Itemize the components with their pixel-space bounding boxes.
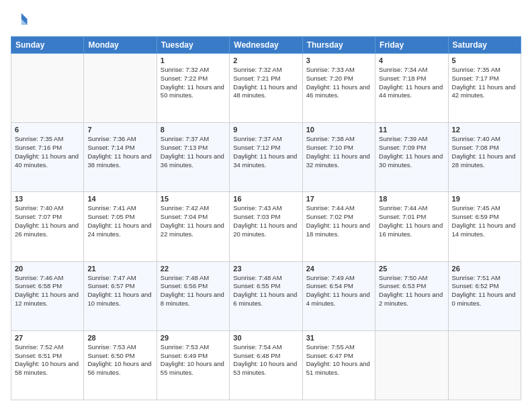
day-number: 14 — [87, 195, 152, 203]
calendar-cell: 11Sunrise: 7:39 AM Sunset: 7:09 PM Dayli… — [375, 123, 448, 192]
day-number: 21 — [87, 265, 152, 273]
day-number: 10 — [306, 126, 371, 134]
day-number: 18 — [379, 195, 444, 203]
day-info: Sunrise: 7:36 AM Sunset: 7:14 PM Dayligh… — [87, 135, 152, 169]
calendar-cell: 10Sunrise: 7:38 AM Sunset: 7:10 PM Dayli… — [302, 123, 375, 192]
day-info: Sunrise: 7:53 AM Sunset: 6:50 PM Dayligh… — [87, 343, 152, 377]
calendar-cell: 3Sunrise: 7:33 AM Sunset: 7:20 PM Daylig… — [302, 54, 375, 123]
day-number: 16 — [233, 195, 298, 203]
day-number: 26 — [452, 265, 517, 273]
day-number: 5 — [452, 56, 517, 64]
day-info: Sunrise: 7:46 AM Sunset: 6:58 PM Dayligh… — [15, 274, 80, 308]
day-number: 17 — [306, 195, 371, 203]
day-number: 29 — [161, 334, 226, 342]
day-number: 30 — [233, 334, 298, 342]
calendar-cell: 5Sunrise: 7:35 AM Sunset: 7:17 PM Daylig… — [448, 54, 521, 123]
day-info: Sunrise: 7:40 AM Sunset: 7:07 PM Dayligh… — [15, 204, 80, 238]
calendar-week-5: 27Sunrise: 7:52 AM Sunset: 6:51 PM Dayli… — [11, 330, 521, 400]
weekday-header-monday: Monday — [84, 37, 157, 54]
day-number: 15 — [161, 195, 226, 203]
calendar-cell: 26Sunrise: 7:51 AM Sunset: 6:52 PM Dayli… — [448, 261, 521, 330]
calendar-cell: 16Sunrise: 7:43 AM Sunset: 7:03 PM Dayli… — [230, 192, 302, 261]
calendar-cell — [84, 54, 157, 123]
calendar-cell: 15Sunrise: 7:42 AM Sunset: 7:04 PM Dayli… — [157, 192, 229, 261]
calendar-cell: 17Sunrise: 7:44 AM Sunset: 7:02 PM Dayli… — [302, 192, 375, 261]
calendar-cell: 21Sunrise: 7:47 AM Sunset: 6:57 PM Dayli… — [84, 261, 157, 330]
day-number: 27 — [15, 334, 80, 342]
day-info: Sunrise: 7:35 AM Sunset: 7:16 PM Dayligh… — [15, 135, 80, 169]
day-info: Sunrise: 7:35 AM Sunset: 7:17 PM Dayligh… — [452, 66, 517, 100]
day-number: 23 — [233, 265, 298, 273]
weekday-header-friday: Friday — [375, 37, 448, 54]
calendar-cell: 2Sunrise: 7:32 AM Sunset: 7:21 PM Daylig… — [230, 54, 302, 123]
calendar-week-1: 1Sunrise: 7:32 AM Sunset: 7:22 PM Daylig… — [11, 54, 521, 123]
day-number: 7 — [87, 126, 152, 134]
header — [11, 11, 521, 30]
day-number: 2 — [233, 56, 298, 64]
day-number: 11 — [379, 126, 444, 134]
calendar-cell: 24Sunrise: 7:49 AM Sunset: 6:54 PM Dayli… — [302, 261, 375, 330]
calendar-cell: 19Sunrise: 7:45 AM Sunset: 6:59 PM Dayli… — [448, 192, 521, 261]
calendar-week-2: 6Sunrise: 7:35 AM Sunset: 7:16 PM Daylig… — [11, 123, 521, 192]
calendar-cell — [11, 54, 84, 123]
day-info: Sunrise: 7:41 AM Sunset: 7:05 PM Dayligh… — [87, 204, 152, 238]
calendar-cell: 1Sunrise: 7:32 AM Sunset: 7:22 PM Daylig… — [157, 54, 229, 123]
calendar-cell: 12Sunrise: 7:40 AM Sunset: 7:08 PM Dayli… — [448, 123, 521, 192]
calendar-cell: 31Sunrise: 7:55 AM Sunset: 6:47 PM Dayli… — [302, 330, 375, 400]
day-info: Sunrise: 7:50 AM Sunset: 6:53 PM Dayligh… — [379, 274, 444, 308]
day-info: Sunrise: 7:44 AM Sunset: 7:01 PM Dayligh… — [379, 204, 444, 238]
calendar-cell: 28Sunrise: 7:53 AM Sunset: 6:50 PM Dayli… — [84, 330, 157, 400]
day-number: 3 — [306, 56, 371, 64]
calendar-cell: 13Sunrise: 7:40 AM Sunset: 7:07 PM Dayli… — [11, 192, 84, 261]
calendar-cell: 20Sunrise: 7:46 AM Sunset: 6:58 PM Dayli… — [11, 261, 84, 330]
calendar-cell: 18Sunrise: 7:44 AM Sunset: 7:01 PM Dayli… — [375, 192, 448, 261]
day-info: Sunrise: 7:51 AM Sunset: 6:52 PM Dayligh… — [452, 274, 517, 308]
day-number: 28 — [87, 334, 152, 342]
day-info: Sunrise: 7:32 AM Sunset: 7:22 PM Dayligh… — [161, 66, 226, 100]
day-info: Sunrise: 7:48 AM Sunset: 6:55 PM Dayligh… — [233, 274, 298, 308]
calendar-week-4: 20Sunrise: 7:46 AM Sunset: 6:58 PM Dayli… — [11, 261, 521, 330]
calendar-cell: 23Sunrise: 7:48 AM Sunset: 6:55 PM Dayli… — [230, 261, 302, 330]
day-number: 19 — [452, 195, 517, 203]
calendar-page: SundayMondayTuesdayWednesdayThursdayFrid… — [0, 0, 532, 411]
calendar-cell: 4Sunrise: 7:34 AM Sunset: 7:18 PM Daylig… — [375, 54, 448, 123]
day-number: 8 — [161, 126, 226, 134]
day-number: 22 — [161, 265, 226, 273]
day-info: Sunrise: 7:37 AM Sunset: 7:12 PM Dayligh… — [233, 135, 298, 169]
calendar-cell: 7Sunrise: 7:36 AM Sunset: 7:14 PM Daylig… — [84, 123, 157, 192]
weekday-header-tuesday: Tuesday — [157, 37, 229, 54]
calendar-cell: 14Sunrise: 7:41 AM Sunset: 7:05 PM Dayli… — [84, 192, 157, 261]
day-info: Sunrise: 7:38 AM Sunset: 7:10 PM Dayligh… — [306, 135, 371, 169]
day-info: Sunrise: 7:55 AM Sunset: 6:47 PM Dayligh… — [306, 343, 371, 377]
weekday-header-thursday: Thursday — [302, 37, 375, 54]
calendar-cell: 6Sunrise: 7:35 AM Sunset: 7:16 PM Daylig… — [11, 123, 84, 192]
day-info: Sunrise: 7:42 AM Sunset: 7:04 PM Dayligh… — [161, 204, 226, 238]
day-info: Sunrise: 7:52 AM Sunset: 6:51 PM Dayligh… — [15, 343, 80, 377]
day-number: 4 — [379, 56, 444, 64]
day-number: 12 — [452, 126, 517, 134]
day-info: Sunrise: 7:44 AM Sunset: 7:02 PM Dayligh… — [306, 204, 371, 238]
day-number: 31 — [306, 334, 371, 342]
day-info: Sunrise: 7:48 AM Sunset: 6:56 PM Dayligh… — [161, 274, 226, 308]
day-info: Sunrise: 7:49 AM Sunset: 6:54 PM Dayligh… — [306, 274, 371, 308]
day-number: 25 — [379, 265, 444, 273]
calendar-table: SundayMondayTuesdayWednesdayThursdayFrid… — [11, 36, 521, 400]
day-number: 6 — [15, 126, 80, 134]
day-number: 1 — [161, 56, 226, 64]
calendar-cell — [375, 330, 448, 400]
day-info: Sunrise: 7:32 AM Sunset: 7:21 PM Dayligh… — [233, 66, 298, 100]
calendar-cell: 27Sunrise: 7:52 AM Sunset: 6:51 PM Dayli… — [11, 330, 84, 400]
logo — [11, 11, 32, 30]
day-number: 13 — [15, 195, 80, 203]
day-number: 20 — [15, 265, 80, 273]
weekday-header-row: SundayMondayTuesdayWednesdayThursdayFrid… — [11, 37, 521, 54]
day-info: Sunrise: 7:34 AM Sunset: 7:18 PM Dayligh… — [379, 66, 444, 100]
day-info: Sunrise: 7:47 AM Sunset: 6:57 PM Dayligh… — [87, 274, 152, 308]
calendar-cell: 30Sunrise: 7:54 AM Sunset: 6:48 PM Dayli… — [230, 330, 302, 400]
calendar-cell: 9Sunrise: 7:37 AM Sunset: 7:12 PM Daylig… — [230, 123, 302, 192]
day-number: 9 — [233, 126, 298, 134]
weekday-header-saturday: Saturday — [448, 37, 521, 54]
day-info: Sunrise: 7:33 AM Sunset: 7:20 PM Dayligh… — [306, 66, 371, 100]
calendar-cell — [448, 330, 521, 400]
logo-icon — [11, 11, 30, 30]
